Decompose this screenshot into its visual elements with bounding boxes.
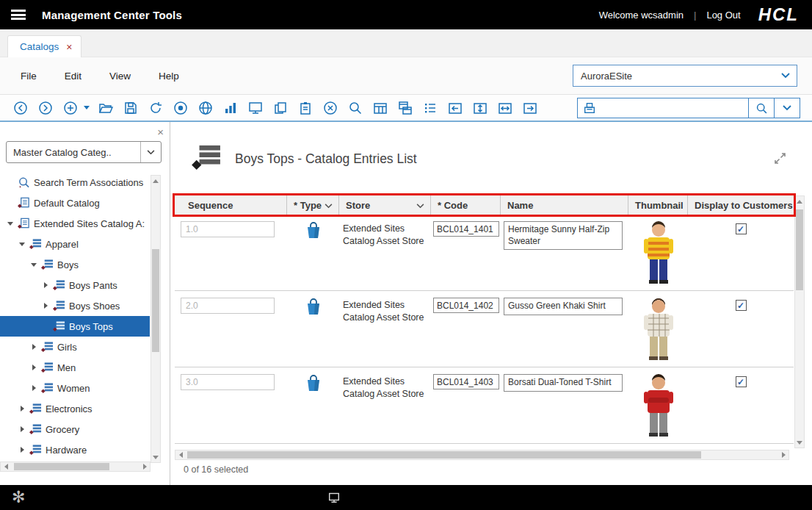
menu-view[interactable]: View	[109, 71, 131, 82]
code-input[interactable]	[433, 374, 499, 389]
menu-edit[interactable]: Edit	[65, 71, 81, 82]
chevron-right-icon[interactable]	[21, 426, 24, 432]
chevron-right-icon[interactable]	[32, 364, 36, 370]
close-sidebar-icon[interactable]: ×	[157, 126, 164, 137]
refresh-icon[interactable]	[147, 99, 164, 117]
tree-item-grocery[interactable]: Grocery	[0, 419, 150, 439]
list-horizontal-scrollbar[interactable]	[175, 450, 789, 460]
chevron-right-icon[interactable]	[21, 447, 24, 453]
name-input[interactable]: Borsati Dual-Toned T-Shirt	[504, 374, 623, 392]
previous-icon[interactable]	[12, 99, 29, 117]
menu-file[interactable]: File	[21, 71, 37, 82]
merge-view-icon[interactable]	[396, 99, 414, 117]
column-header-code[interactable]: * Code	[431, 195, 501, 215]
chevron-right-icon[interactable]	[32, 385, 36, 391]
search-dropdown-button[interactable]	[774, 98, 800, 118]
remove-icon[interactable]	[322, 99, 339, 117]
sidebar-vertical-scrollbar[interactable]	[151, 175, 161, 463]
type-filter-chevron-icon[interactable]	[325, 200, 333, 211]
list-hscroll-thumb[interactable]	[187, 451, 701, 459]
table-row[interactable]: Extended Sites Catalog Asset Store Gusso…	[175, 291, 794, 367]
open-icon[interactable]	[97, 99, 115, 117]
chevron-right-icon[interactable]	[21, 406, 24, 412]
list-vertical-scrollbar[interactable]	[794, 195, 805, 448]
search-input[interactable]	[601, 98, 748, 118]
analytics-icon[interactable]	[222, 99, 239, 117]
table-row[interactable]: Extended Sites Catalog Asset Store Borsa…	[175, 367, 794, 444]
chevron-down-icon[interactable]	[31, 263, 37, 267]
create-new-icon[interactable]	[62, 99, 79, 117]
tab-catalogs[interactable]: Catalogs ×	[7, 35, 81, 57]
list-scroll-thumb[interactable]	[796, 209, 803, 290]
hamburger-menu-icon[interactable]	[11, 10, 26, 20]
sidebar-horizontal-scrollbar[interactable]	[0, 461, 151, 472]
find-icon[interactable]	[347, 99, 364, 117]
scroll-down-icon[interactable]	[797, 441, 802, 445]
tree-item-girls[interactable]: Girls	[0, 337, 150, 357]
expand-view-icon[interactable]	[496, 99, 514, 117]
sequence-input[interactable]	[181, 298, 275, 314]
scroll-up-icon[interactable]	[797, 200, 802, 204]
dock-left-icon[interactable]	[446, 99, 464, 117]
code-input[interactable]	[433, 298, 499, 313]
tree-item-boys-pants[interactable]: Boys Pants	[0, 275, 150, 295]
logout-link[interactable]: Log Out	[706, 10, 740, 21]
table-row[interactable]: Extended Sites Catalog Asset Store Hermi…	[175, 215, 794, 291]
save-icon[interactable]	[122, 99, 139, 117]
create-new-dropdown-icon[interactable]	[84, 106, 90, 109]
tree-item-boys-tops[interactable]: Boys Tops	[0, 316, 150, 337]
web-preview-icon[interactable]	[197, 99, 214, 117]
display-to-customers-checkbox[interactable]	[736, 223, 747, 234]
copy-icon[interactable]	[272, 99, 289, 117]
tree-item-boys[interactable]: Boys	[0, 254, 150, 275]
scroll-down-icon[interactable]	[153, 456, 159, 459]
display-to-customers-checkbox[interactable]	[736, 376, 747, 387]
dock-right-icon[interactable]	[521, 99, 539, 117]
chevron-down-icon[interactable]	[7, 222, 13, 226]
code-input[interactable]	[433, 221, 499, 237]
tree-item-boys-shoes[interactable]: Boys Shoes	[0, 295, 150, 316]
column-header-store[interactable]: Store	[339, 195, 431, 215]
close-tab-icon[interactable]: ×	[66, 42, 72, 52]
search-scope-icon[interactable]	[578, 98, 601, 118]
tree-item-default-catalog[interactable]: Default Catalog	[0, 193, 150, 213]
search-button[interactable]	[748, 98, 774, 118]
menu-help[interactable]: Help	[159, 71, 179, 82]
column-header-type[interactable]: * Type	[287, 195, 339, 215]
sequence-input[interactable]	[181, 374, 275, 390]
tree-item-hardware[interactable]: Hardware	[0, 439, 150, 460]
maximize-panel-icon[interactable]	[773, 151, 787, 168]
tree-item-search-term-associations[interactable]: Search Term Associations	[0, 172, 150, 193]
scroll-right-icon[interactable]	[782, 452, 786, 458]
name-input[interactable]: Hermitage Sunny Half-Zip Sweater	[504, 221, 623, 250]
tree-item-electronics[interactable]: Electronics	[0, 398, 150, 419]
split-view-icon[interactable]	[471, 99, 489, 117]
chevron-right-icon[interactable]	[44, 282, 48, 288]
column-header-thumbnail[interactable]: Thumbnail	[628, 195, 688, 215]
chevron-down-icon[interactable]	[19, 243, 25, 246]
chevron-right-icon[interactable]	[32, 344, 36, 350]
tree-item-men[interactable]: Men	[0, 357, 150, 378]
explorer-view-dropdown[interactable]: Master Catalog Categ..	[6, 141, 162, 163]
sidebar-scroll-thumb[interactable]	[152, 249, 159, 352]
name-input[interactable]: Gusso Green Khaki Shirt	[504, 298, 623, 315]
tree-item-apparel[interactable]: Apparel	[0, 234, 150, 254]
sequence-input[interactable]	[181, 221, 275, 237]
restore-window-icon[interactable]	[327, 490, 341, 506]
display-to-customers-checkbox[interactable]	[736, 300, 747, 311]
scroll-left-icon[interactable]	[179, 452, 183, 458]
table-view-icon[interactable]	[371, 99, 389, 117]
column-header-sequence[interactable]: Sequence	[175, 195, 287, 215]
chevron-right-icon[interactable]	[44, 303, 48, 309]
scroll-right-icon[interactable]	[143, 464, 147, 470]
column-header-display-to-customers[interactable]: Display to Customers	[688, 195, 794, 215]
sidebar-hscroll-thumb[interactable]	[14, 463, 109, 470]
record-icon[interactable]	[172, 99, 189, 117]
paste-icon[interactable]	[297, 99, 314, 117]
store-selector-dropdown[interactable]: AuroraESite	[573, 65, 797, 87]
tree-item-women[interactable]: Women	[0, 378, 150, 398]
store-preview-icon[interactable]	[247, 99, 264, 117]
column-header-name[interactable]: Name	[501, 195, 628, 215]
scroll-up-icon[interactable]	[153, 179, 159, 183]
store-filter-chevron-icon[interactable]	[416, 200, 424, 211]
